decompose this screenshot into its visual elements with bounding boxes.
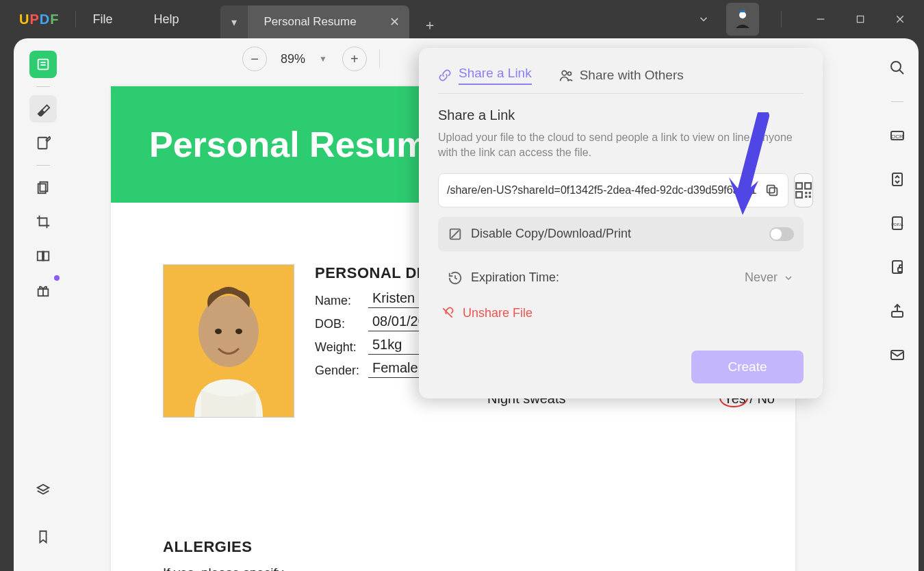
svg-rect-22 <box>770 188 778 195</box>
svg-rect-24 <box>796 183 802 189</box>
divider <box>781 11 782 27</box>
tab-title: Personal Resume <box>264 15 357 29</box>
svg-rect-1 <box>740 10 745 12</box>
copy-link-button[interactable] <box>760 179 784 202</box>
bookmark-icon[interactable] <box>29 523 57 550</box>
svg-rect-26 <box>796 192 802 198</box>
svg-rect-3 <box>857 16 863 22</box>
zoom-out-button[interactable]: − <box>242 47 267 71</box>
svg-rect-27 <box>805 192 807 194</box>
document-area: − 89% ▼ + Personal Resume <box>73 38 876 571</box>
pages-tool[interactable] <box>29 174 57 201</box>
gift-tool[interactable] <box>29 277 57 304</box>
convert-icon[interactable] <box>887 169 908 190</box>
menu-help[interactable]: Help <box>153 12 179 27</box>
window-maximize-icon[interactable] <box>843 5 877 33</box>
expiration-value: Never <box>745 270 778 285</box>
svg-rect-30 <box>809 195 811 197</box>
svg-point-0 <box>739 12 746 18</box>
svg-line-33 <box>899 70 903 74</box>
svg-rect-9 <box>38 138 47 149</box>
unshare-label: Unshare File <box>463 306 532 320</box>
zoom-in-button[interactable]: + <box>342 47 367 71</box>
tab-close-icon[interactable]: ✕ <box>389 14 400 29</box>
allergies-question: If yes, please specify <box>163 566 459 571</box>
right-sidebar: OCR PDF/A <box>876 38 919 571</box>
svg-point-18 <box>215 329 222 334</box>
protect-icon[interactable] <box>887 257 908 277</box>
svg-rect-40 <box>898 268 902 272</box>
create-button[interactable]: Create <box>691 351 804 383</box>
ocr-icon[interactable]: OCR <box>887 125 908 146</box>
svg-point-20 <box>562 71 567 75</box>
svg-text:OCR: OCR <box>891 134 903 140</box>
divider <box>891 101 903 102</box>
svg-rect-41 <box>892 312 903 317</box>
new-tab-button[interactable]: ＋ <box>416 11 444 38</box>
disable-copy-label: Disable Copy/Download/Print <box>471 227 631 241</box>
compare-tool[interactable] <box>29 242 57 270</box>
svg-point-17 <box>198 296 259 367</box>
label-name: Name: <box>315 294 363 308</box>
tab-list-dropdown[interactable]: ▾ <box>220 5 248 38</box>
tab-share-link[interactable]: Share a Link <box>438 66 532 85</box>
divider <box>36 165 50 166</box>
share-icon[interactable] <box>887 301 908 321</box>
zoom-dropdown-icon[interactable]: ▼ <box>319 54 327 64</box>
tabs-overflow-icon[interactable] <box>686 5 721 33</box>
history-icon <box>448 270 463 286</box>
highlight-tool[interactable] <box>29 95 57 123</box>
divider <box>379 49 380 68</box>
svg-rect-25 <box>805 183 811 189</box>
search-icon[interactable] <box>887 58 908 78</box>
share-description: Upload your file to the cloud to send pe… <box>438 130 804 161</box>
svg-rect-42 <box>891 351 903 359</box>
expiration-row[interactable]: Expiration Time: Never <box>438 261 804 295</box>
window-minimize-icon[interactable] <box>804 5 838 33</box>
lock-icon <box>448 227 463 242</box>
svg-rect-28 <box>809 192 811 194</box>
share-link-text: /share/en-US?shareId=0f1342f5-2dea-4fed-… <box>447 184 756 196</box>
unshare-icon <box>441 306 454 320</box>
chevron-down-icon <box>783 272 794 283</box>
disable-copy-row: Disable Copy/Download/Print <box>438 217 804 251</box>
share-title: Share a Link <box>438 107 804 123</box>
divider <box>36 86 50 87</box>
edit-tool[interactable] <box>29 129 57 157</box>
qr-code-button[interactable] <box>794 173 813 207</box>
tab-active[interactable]: Personal Resume ✕ <box>248 5 409 38</box>
value-weight: 51kg <box>368 337 423 355</box>
share-link-field[interactable]: /share/en-US?shareId=0f1342f5-2dea-4fed-… <box>438 173 788 207</box>
label-weight: Weight: <box>315 340 363 355</box>
email-icon[interactable] <box>887 344 908 365</box>
left-sidebar <box>14 38 73 571</box>
tab-share-others[interactable]: Share with Others <box>559 66 684 85</box>
zoom-value: 89% <box>281 52 305 66</box>
svg-text:PDF/A: PDF/A <box>891 223 903 227</box>
people-icon <box>559 68 573 82</box>
divider <box>75 11 76 27</box>
section-allergies: ALLERGIES <box>163 538 459 556</box>
pdfa-icon[interactable]: PDF/A <box>887 213 908 233</box>
doc-title: Personal Resume <box>149 124 448 165</box>
menu-file[interactable]: File <box>92 12 112 27</box>
label-gender: Gender: <box>315 364 363 378</box>
disable-copy-toggle[interactable] <box>769 227 794 241</box>
tab-share-link-label: Share a Link <box>459 66 532 85</box>
svg-point-19 <box>235 329 242 334</box>
svg-rect-23 <box>767 185 775 192</box>
window-close-icon[interactable] <box>883 5 917 33</box>
layers-icon[interactable] <box>29 477 57 504</box>
reader-tool[interactable] <box>29 51 57 78</box>
share-panel: Share a Link Share with Others Share a L… <box>419 48 823 398</box>
svg-point-32 <box>891 62 901 71</box>
label-dob: DOB: <box>315 317 363 331</box>
user-avatar[interactable] <box>726 3 759 36</box>
unshare-button[interactable]: Unshare File <box>438 306 804 320</box>
profile-photo <box>163 264 294 418</box>
link-icon <box>438 68 452 82</box>
expiration-label: Expiration Time: <box>471 270 559 285</box>
app-logo: UPDF <box>19 12 59 27</box>
svg-rect-29 <box>805 195 807 197</box>
crop-tool[interactable] <box>29 208 57 236</box>
